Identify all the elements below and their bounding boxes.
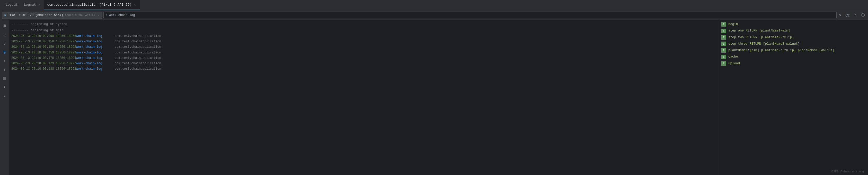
log-message: upload — [728, 61, 740, 66]
log-package: com.test.chainapplication — [115, 45, 179, 50]
tab-logcat-close[interactable]: × — [37, 3, 41, 7]
log-tag: work-chain-log — [76, 45, 115, 50]
log-level-badge: I — [721, 42, 726, 46]
right-log-line: I step one RETURN [plantName1-elm] — [719, 28, 868, 34]
tab-chain-label: com.test.chainapplication (Pixel_6_API_2… — [47, 3, 132, 7]
main-content: 🗑 ⏸ ↺ ↑ ↓ ⬇ ↗ — [0, 20, 868, 175]
reload-icon[interactable]: ↺ — [1, 40, 8, 47]
log-timestamp: 2024-05-13 20:10:00.159 18256-18298 — [11, 45, 76, 50]
log-level-badge: I — [721, 22, 726, 27]
right-log-line: I cache — [719, 54, 868, 60]
log-timestamp: 2024-05-13 20:10:00.188 18256-18298 — [11, 67, 76, 72]
tab-logcat-static-label: Logcat — [6, 3, 18, 7]
device-api: Android 10, API 29 — [65, 14, 95, 17]
log-package: com.test.chainapplication — [115, 61, 179, 66]
separator-system: --------- beginning of system — [9, 21, 719, 27]
log-package: com.test.chainapplication — [115, 34, 179, 39]
log-lines[interactable]: --------- beginning of system --------- … — [9, 20, 719, 175]
scroll-up-icon[interactable]: ↑ — [1, 57, 8, 65]
pause-icon[interactable]: ⏸ — [1, 31, 8, 38]
toolbar: ▣ Pixel 6 API 29 (emulator-5554) Android… — [0, 10, 868, 20]
log-tag: work-chain-log — [76, 56, 115, 61]
log-timestamp: 2024-05-13 20:10:00.090 18256-18256 — [11, 34, 76, 39]
log-level-badge: I — [721, 61, 726, 66]
log-tag: work-chain-log — [76, 34, 115, 39]
right-log-line: I upload — [719, 60, 868, 67]
log-tag: work-chain-log — [76, 50, 115, 55]
log-message: begin — [728, 22, 738, 27]
tab-logcat[interactable]: Logcat × — [21, 0, 44, 10]
tab-logcat-static[interactable]: Logcat — [3, 0, 21, 10]
sidebar: 🗑 ⏸ ↺ ↑ ↓ ⬇ ↗ — [0, 20, 9, 175]
log-package: com.test.chainapplication — [115, 50, 179, 55]
device-name: Pixel 6 API 29 (emulator-5554) — [8, 14, 63, 17]
export-icon[interactable]: ↗ — [1, 93, 8, 100]
toolbar-actions: × Cc ☆ ⓘ — [838, 12, 866, 18]
right-log-line: I begin — [719, 21, 868, 28]
filter-active-icon[interactable] — [1, 49, 8, 56]
filter-bar[interactable]: ⚡ work-chain-log — [103, 11, 837, 19]
filter-text: work-chain-log — [109, 14, 135, 17]
tab-chain[interactable]: com.test.chainapplication (Pixel_6_API_2… — [44, 0, 140, 10]
log-tag: work-chain-log — [76, 61, 115, 66]
star-button[interactable]: ☆ — [853, 12, 858, 18]
filter-icon: ⚡ — [106, 13, 107, 17]
log-level-badge: I — [721, 48, 726, 53]
clear-filter-button[interactable]: × — [838, 12, 842, 18]
log-package: com.test.chainapplication — [115, 39, 179, 44]
log-message: step one RETURN [plantName1-elm] — [728, 28, 790, 33]
log-timestamp: 2024-05-13 20:10:00.178 18256-18294 — [11, 56, 76, 61]
log-message: step two RETURN [plantName2-tulip] — [728, 35, 794, 40]
help-button[interactable]: ⓘ — [860, 12, 866, 18]
log-tag: work-chain-log — [76, 67, 115, 72]
right-log-line: I plantName1:[elm] plantName2:[tulip] pl… — [719, 47, 868, 54]
log-level-badge: I — [721, 55, 726, 59]
log-line: 2024-05-13 20:10:00.159 18256-18299 work… — [9, 50, 719, 55]
log-level-badge: I — [721, 29, 726, 33]
scroll-down-icon[interactable]: ↓ — [1, 66, 8, 73]
chevron-down-icon: ▾ — [98, 14, 99, 17]
separator-main: --------- beginning of main — [9, 27, 719, 33]
log-package: com.test.chainapplication — [115, 67, 179, 72]
device-selector[interactable]: ▣ Pixel 6 API 29 (emulator-5554) Android… — [2, 11, 102, 19]
clear-icon[interactable]: 🗑 — [1, 22, 8, 29]
right-log-line: I step three RETURN [plantName3-walnut] — [719, 41, 868, 47]
tab-bar: Logcat Logcat × com.test.chainapplicatio… — [0, 0, 868, 10]
log-package: com.test.chainapplication — [115, 56, 179, 61]
log-level-badge: I — [721, 35, 726, 40]
log-line: 2024-05-13 20:10:00.179 18256-18297 work… — [9, 61, 719, 66]
log-line: 2024-05-13 20:10:00.178 18256-18294 work… — [9, 55, 719, 61]
watermark: CSDN @sheng_er_sheng — [831, 170, 864, 173]
settings-icon[interactable] — [1, 75, 8, 82]
log-timestamp: 2024-05-13 20:10:00.158 18256-18297 — [11, 39, 76, 44]
tab-chain-close[interactable]: × — [133, 3, 136, 7]
log-line: 2024-05-13 20:10:00.158 18256-18297 work… — [9, 39, 719, 44]
device-icon: ▣ — [4, 14, 6, 17]
app-container: Logcat Logcat × com.test.chainapplicatio… — [0, 0, 868, 175]
right-log-line: I step two RETURN [plantName2-tulip] — [719, 34, 868, 41]
cc-button[interactable]: Cc — [844, 12, 851, 18]
log-line: 2024-05-13 20:10:00.159 18256-18298 work… — [9, 44, 719, 50]
log-message: step three RETURN [plantName3-walnut] — [728, 41, 800, 47]
log-line: 2024-05-13 20:10:00.090 18256-18256 work… — [9, 33, 719, 39]
log-timestamp: 2024-05-13 20:10:00.159 18256-18299 — [11, 50, 76, 55]
log-area: --------- beginning of system --------- … — [9, 20, 868, 175]
log-message: cache — [728, 54, 738, 59]
log-line: 2024-05-13 20:10:00.188 18256-18298 work… — [9, 66, 719, 72]
tab-logcat-label: Logcat — [24, 3, 36, 7]
right-panel[interactable]: I begin I step one RETURN [plantName1-el… — [719, 20, 868, 175]
log-message: plantName1:[elm] plantName2:[tulip] plan… — [728, 48, 835, 53]
log-tag: work-chain-log — [76, 39, 115, 44]
log-timestamp: 2024-05-13 20:10:00.179 18256-18297 — [11, 61, 76, 66]
download-icon[interactable]: ⬇ — [1, 84, 8, 91]
